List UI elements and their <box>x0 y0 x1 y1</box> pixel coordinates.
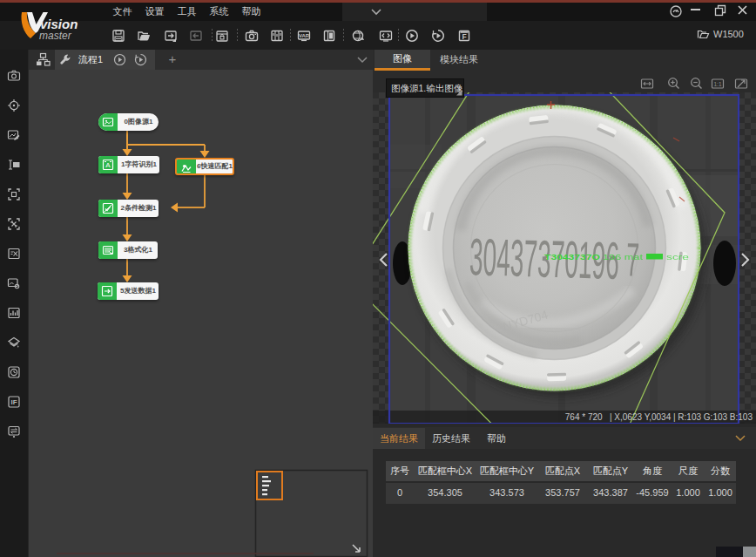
svg-text:F: F <box>462 32 466 41</box>
svg-text:VAR: VAR <box>299 33 310 38</box>
svg-text:1:1: 1:1 <box>713 81 721 87</box>
svg-text:scre: scre <box>666 253 689 262</box>
svg-text:A: A <box>105 161 111 169</box>
svg-text:IF: IF <box>10 398 17 406</box>
svg-text:master: master <box>39 30 72 42</box>
svg-text:T3043737O: T3043737O <box>544 253 600 262</box>
svg-text:196 mat: 196 mat <box>603 253 644 262</box>
